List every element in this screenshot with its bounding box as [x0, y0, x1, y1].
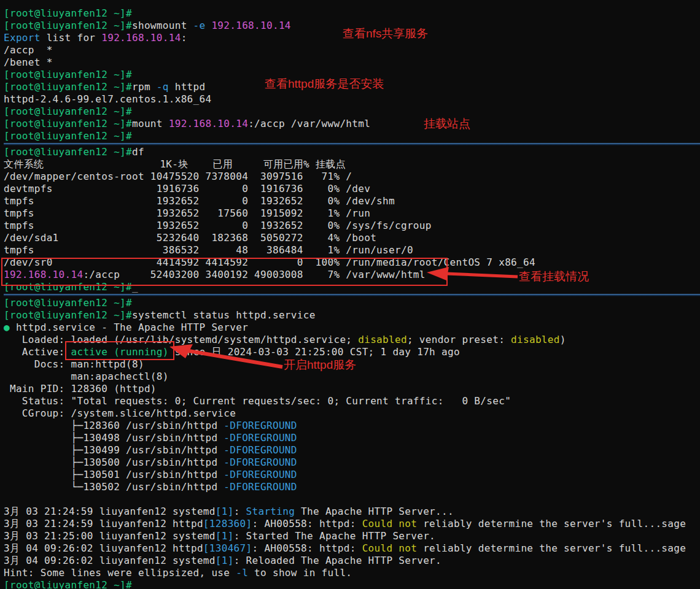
terminal-line: tmpfs 1932652 0 1932652 0% /dev/shm — [4, 195, 700, 207]
terminal-line: [root@liuyanfen12 ~]# — [4, 7, 700, 20]
terminal-window[interactable]: [root@liuyanfen12 ~]#[root@liuyanfen12 ~… — [0, 0, 700, 589]
terminal-line: man:apachectl(8) — [4, 371, 700, 383]
terminal-line — [4, 493, 700, 506]
terminal-line: [root@liuyanfen12 ~]#systemctl status ht… — [4, 309, 700, 321]
terminal-line: [root@liuyanfen12 ~]#mount 192.168.10.14… — [4, 118, 700, 130]
terminal-line: 3月 03 21:24:59 liuyanfen12 httpd[128360]… — [4, 518, 700, 530]
terminal-line: ├─128360 /usr/sbin/httpd -DFOREGROUND — [4, 420, 700, 432]
terminal-line: httpd-2.4.6-99.el7.centos.1.x86_64 — [4, 93, 700, 106]
terminal-line: 文件系统 1K-块 已用 可用已用% 挂载点 — [4, 158, 700, 171]
terminal-line: [root@liuyanfen12 ~]#rpm -q httpd — [4, 81, 700, 93]
terminal-line: /dev/sda1 5232640 182368 5050272 4% /boo… — [4, 232, 700, 244]
terminal-line: devtmpfs 1916736 0 1916736 0% /dev — [4, 183, 700, 195]
terminal-line: /dev/mapper/centos-root 10475520 7378004… — [4, 171, 700, 183]
terminal-line: ├─130499 /usr/sbin/httpd -DFOREGROUND — [4, 444, 700, 456]
terminal-line: Export list for 192.168.10.14: — [4, 32, 700, 44]
terminal-line: 3月 03 21:25:00 liuyanfen12 systemd[1]: S… — [4, 530, 700, 542]
terminal-line: └─130502 /usr/sbin/httpd -DFOREGROUND — [4, 481, 700, 493]
terminal-line: 3月 03 21:24:59 liuyanfen12 systemd[1]: S… — [4, 506, 700, 518]
terminal-line: [root@liuyanfen12 ~]# — [4, 297, 700, 309]
terminal-line: [root@liuyanfen12 ~]#showmount -e 192.16… — [4, 20, 700, 32]
scroll-divider — [4, 143, 700, 145]
terminal-line: [root@liuyanfen12 ~]# — [4, 579, 700, 589]
terminal-line: tmpfs 386532 48 386484 1% /run/user/0 — [4, 244, 700, 256]
terminal-line: ├─130500 /usr/sbin/httpd -DFOREGROUND — [4, 456, 700, 469]
terminal-line: [root@liuyanfen12 ~]# — [4, 69, 700, 81]
terminal-line: tmpfs 1932652 0 1932652 0% /sys/fs/cgrou… — [4, 220, 700, 232]
terminal-line: Hint: Some lines were ellipsized, use -l… — [4, 567, 700, 579]
terminal-line: [root@liuyanfen12 ~]# — [4, 130, 700, 142]
terminal-line: [root@liuyanfen12 ~]#df — [4, 146, 700, 158]
terminal-line: Main PID: 128360 (httpd) — [4, 383, 700, 395]
terminal-line: /benet * — [4, 56, 700, 69]
terminal-line: [root@liuyanfen12 ~]# — [4, 106, 700, 118]
terminal-line: 192.168.10.14:/accp 52403200 3400192 490… — [4, 269, 700, 281]
terminal-line: Active: active (running) since 日 2024-03… — [4, 346, 700, 358]
terminal-line: ├─130501 /usr/sbin/httpd -DFOREGROUND — [4, 469, 700, 481]
terminal-line: [root@liuyanfen12 ~]#_ — [4, 281, 700, 293]
terminal-line: 3月 04 09:26:02 liuyanfen12 systemd[1]: R… — [4, 555, 700, 567]
terminal-line: Status: "Total requests: 0; Current requ… — [4, 395, 700, 407]
terminal-line: /accp * — [4, 44, 700, 56]
terminal-line: 3月 04 09:26:02 liuyanfen12 httpd[130467]… — [4, 542, 700, 555]
terminal-line: tmpfs 1932652 17560 1915092 1% /run — [4, 207, 700, 220]
terminal-line: ├─130498 /usr/sbin/httpd -DFOREGROUND — [4, 432, 700, 444]
terminal-line: ● httpd.service - The Apache HTTP Server — [4, 321, 700, 334]
terminal-line: Docs: man:httpd(8) — [4, 358, 700, 371]
terminal-line: /dev/sr0 4414592 4414592 0 100% /run/med… — [4, 256, 700, 269]
scroll-divider — [4, 294, 700, 296]
terminal-line: Loaded: loaded (/usr/lib/systemd/system/… — [4, 334, 700, 346]
terminal-output: [root@liuyanfen12 ~]#[root@liuyanfen12 ~… — [0, 0, 700, 589]
terminal-line: CGroup: /system.slice/httpd.service — [4, 407, 700, 420]
